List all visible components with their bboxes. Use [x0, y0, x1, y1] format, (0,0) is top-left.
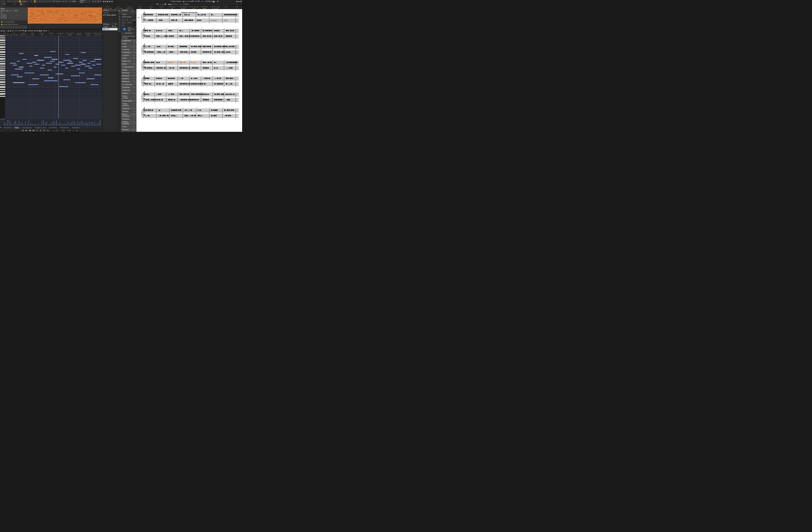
velocity-bar[interactable] [60, 121, 60, 126]
score-zoom[interactable]: 🔍 [192, 0, 194, 2]
info-cell[interactable]: Off Velocity64 [167, 6, 177, 9]
midi-note[interactable] [19, 53, 24, 54]
visibility-tab[interactable]: Visibility [102, 9, 118, 12]
score-marker[interactable]: ▮ [183, 0, 184, 2]
velocity-bar[interactable] [43, 120, 44, 126]
midi-note[interactable] [54, 67, 57, 68]
score-erase[interactable]: ✕ [187, 0, 188, 2]
enh-natural[interactable]: ♮ [174, 3, 174, 5]
editor-erase-tool[interactable]: ✕ [15, 30, 16, 32]
midi-note[interactable] [19, 67, 24, 68]
midi-note[interactable] [85, 66, 91, 66]
notes[interactable]: ��♩𝅥�♫ [145, 83, 152, 85]
midi-note[interactable] [75, 82, 86, 83]
velocity-bar[interactable] [99, 121, 99, 126]
notes[interactable]: ♩𝅘�𝅘�� [168, 83, 173, 85]
velocity-bar[interactable] [33, 124, 34, 126]
velocity-bar[interactable] [39, 123, 39, 126]
editor-split-tool[interactable]: ✂ [18, 30, 19, 32]
velocity-bar[interactable] [63, 123, 63, 126]
score-left-zone[interactable]: ◧ [103, 0, 104, 2]
enh-flat[interactable]: ♭ [173, 3, 173, 5]
notes[interactable]: �𝅥�𝅯� [179, 77, 183, 79]
velocity-bar[interactable] [101, 120, 101, 126]
velocity-bar[interactable] [87, 122, 88, 126]
enh-sharp2[interactable]: 𝄪 [176, 3, 177, 5]
notes[interactable]: �♫���� [203, 30, 212, 32]
midi-note[interactable] [28, 84, 38, 85]
note-functions-tab[interactable]: Note Functions [129, 9, 136, 13]
notes[interactable]: 𝅯����𝅮� [168, 77, 175, 79]
info-cell[interactable]: Play Probability100 % [65, 32, 74, 35]
notes[interactable]: ��𝅘��♩�� [171, 109, 181, 111]
velocity-bar[interactable] [22, 122, 23, 126]
tempo-item[interactable]: Largo56 [121, 45, 136, 48]
velocity-bar[interactable] [71, 122, 71, 126]
color-menu[interactable]: ◐ [10, 30, 12, 32]
velocity-bar[interactable] [4, 122, 4, 126]
tempo-item[interactable]: Patetico72 [121, 92, 136, 95]
tempo-item[interactable]: Tranquillamente60 [121, 65, 136, 69]
zone-lower[interactable]: ▬ [95, 0, 97, 3]
velocity-bar[interactable] [92, 122, 93, 126]
lower-tab-modulators[interactable]: Modulators [71, 127, 81, 129]
track-mute[interactable]: M [1, 10, 2, 12]
velocity-bar[interactable] [70, 123, 70, 126]
velocity-bar[interactable] [52, 122, 52, 126]
combine-tool[interactable]: ▦ [34, 0, 36, 3]
info-cell[interactable]: Length0. 2. 0. 74 [124, 6, 134, 9]
velocity-bar[interactable] [20, 123, 21, 126]
add-layout-button[interactable]: + [112, 23, 114, 25]
midi-note[interactable] [40, 74, 49, 75]
time-position[interactable]: 7. 3. 2. 106 [50, 129, 59, 132]
track-read[interactable]: R [14, 10, 16, 12]
velocity-bar[interactable] [86, 122, 86, 126]
notes[interactable]: ����♬♪� [171, 14, 181, 16]
notes[interactable]: ♩�𝅥♫♪��� [145, 19, 153, 21]
header-s[interactable]: S [2, 6, 3, 7]
velocity-bar[interactable] [61, 124, 61, 126]
notes[interactable]: ♩�♩��♪� [145, 109, 153, 111]
goto-start[interactable]: |◀ [21, 129, 24, 132]
editor-part-color[interactable]: ◐ [41, 30, 42, 32]
info-cell[interactable]: Channel1 [46, 32, 56, 35]
notes[interactable]: 𝅥�𝅘𝅘♫� [156, 62, 160, 63]
dotted[interactable]: · [166, 3, 166, 5]
notes[interactable]: 𝅯♫♩��♩� [203, 93, 209, 95]
select-tool[interactable]: ▸ [36, 0, 38, 3]
score-select-tool[interactable]: ▸ [185, 0, 186, 2]
zoom-value[interactable]: 100 [200, 1, 204, 2]
folder-io[interactable]: Input/Output Channels [0, 23, 27, 26]
tempo-item[interactable]: Andantino92 [121, 118, 136, 121]
tempo-item[interactable]: Adagietto72 [121, 77, 136, 80]
midi-note[interactable] [17, 76, 23, 77]
enharmonic-left[interactable]: ◀ [168, 3, 169, 5]
tap-tempo[interactable]: Tap [75, 129, 79, 132]
notes[interactable]: �♪����𝅯♬ [145, 67, 154, 69]
midi-note[interactable] [48, 70, 52, 71]
info-cell[interactable]: PitchA#3 [135, 6, 145, 9]
tempo-item[interactable]: Grave36 [121, 42, 136, 45]
zoom-tool[interactable]: 🔍 [53, 0, 55, 3]
info-cell[interactable]: Release Length0. 0. 0. 0 [93, 32, 102, 35]
score-page[interactable]: Andante teneramente Pno𝄞𝄢1�����♪♩�𝅥♫♪���… [136, 9, 242, 132]
midi-note[interactable] [11, 74, 19, 75]
notes[interactable]: ����♪� [203, 51, 212, 53]
erase-tool[interactable]: ✕ [44, 0, 46, 3]
midi-clip-piano[interactable] [28, 8, 102, 24]
velocity-bar[interactable] [84, 123, 85, 126]
tuplet-ratio[interactable]: 3:2 [178, 3, 182, 5]
tempo-item[interactable]: Con dolcezza72 [121, 83, 136, 86]
palette-ornament-icon[interactable]: ∿ [118, 21, 121, 24]
midi-note[interactable] [63, 60, 70, 61]
midi-note[interactable] [75, 65, 81, 65]
lower-tab-midi-remote[interactable]: MIDI Remote [59, 127, 71, 129]
midi-note[interactable] [10, 63, 16, 64]
show-metronome-checkbox[interactable] [122, 28, 127, 30]
midi-note[interactable] [81, 64, 86, 64]
score-midi-input[interactable]: 🎹 [213, 0, 215, 2]
write-button[interactable]: W [17, 0, 19, 3]
velocity-bar[interactable] [76, 123, 76, 126]
find-track-button[interactable]: 🔍 [3, 3, 5, 5]
close-lower-zone[interactable]: ✕ [0, 127, 2, 129]
